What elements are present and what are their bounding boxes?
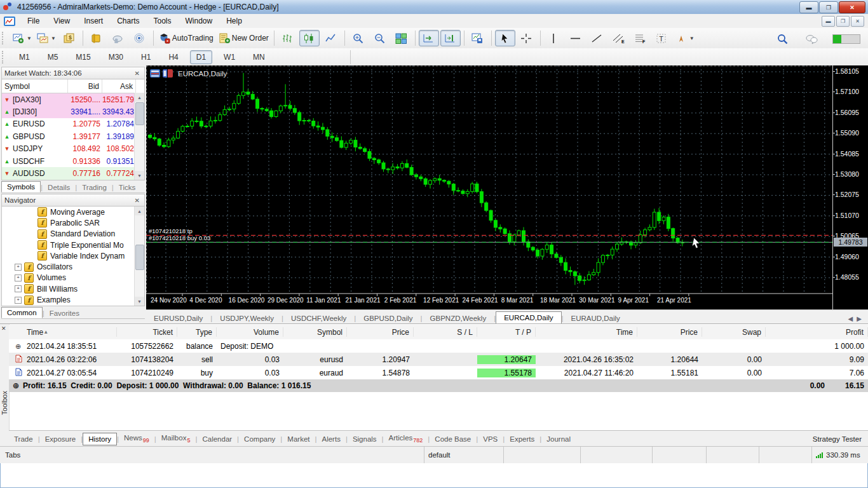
mw-column-bid[interactable]: Bid <box>68 79 102 93</box>
horizontal-line-button[interactable] <box>566 30 586 46</box>
toolbox-tab-history[interactable]: History <box>83 433 117 445</box>
timeframe-h4[interactable]: H4 <box>162 50 184 64</box>
toolbox-tab-trade[interactable]: Trade <box>9 433 38 445</box>
menu-window[interactable]: Window <box>179 15 220 27</box>
navigator-titlebar[interactable]: Navigator ✕ <box>1 194 145 207</box>
expand-icon[interactable]: + <box>15 274 22 281</box>
timeframe-mn[interactable]: MN <box>247 50 271 64</box>
docs-button[interactable] <box>86 30 107 46</box>
history-row-1057522662[interactable]: ⊕2021.04.24 18:35:511057522662balanceDep… <box>9 339 868 353</box>
scroll-up-icon[interactable]: ▲ <box>135 207 144 215</box>
scroll-down-icon[interactable]: ▼ <box>135 297 144 306</box>
navigator-scrollbar[interactable]: ▲ ▼ <box>134 207 144 306</box>
chat-icon[interactable] <box>801 30 822 47</box>
history-column-price[interactable]: Price <box>637 327 702 337</box>
history-row-1074138204[interactable]: 2021.04.26 03:22:061074138204sell0.03eur… <box>9 353 868 366</box>
timeframe-m5[interactable]: M5 <box>41 50 65 64</box>
history-column-tp[interactable]: T / P <box>477 327 536 337</box>
text-tool-button[interactable]: T <box>652 30 672 46</box>
search-icon[interactable] <box>772 30 792 47</box>
progress-icon[interactable] <box>831 30 862 47</box>
status-profile[interactable]: default <box>424 447 503 463</box>
title-bar[interactable]: 41256956 - AdmiralMarkets-Demo: Demo Acc… <box>0 0 868 15</box>
arrows-dd-button[interactable]: ▼ <box>674 30 696 46</box>
expand-icon[interactable]: + <box>15 285 22 292</box>
toolbox-close-icon[interactable]: ✕ <box>1 325 6 332</box>
history-table-header[interactable]: Time ▲TicketTypeVolumeSymbolPriceS / LT … <box>9 325 868 340</box>
timeframe-h1[interactable]: H1 <box>135 50 157 64</box>
market-watch-tab-trading[interactable]: Trading <box>77 182 112 193</box>
tabs-scroll-left-icon[interactable]: ◀ <box>848 315 853 322</box>
toolbox-tab-exposure[interactable]: Exposure <box>40 433 81 445</box>
depth-of-market-icon[interactable] <box>163 69 173 78</box>
bar-chart-button[interactable] <box>278 30 298 46</box>
menu-tools[interactable]: Tools <box>147 15 179 27</box>
menu-charts[interactable]: Charts <box>110 15 146 27</box>
tile-windows-button[interactable] <box>391 30 412 46</box>
market-watch-tab-details[interactable]: Details <box>43 182 75 193</box>
tabs-scroll-right-icon[interactable]: ▶ <box>857 315 862 322</box>
expand-icon[interactable]: + <box>15 264 22 271</box>
menu-help[interactable]: Help <box>219 15 249 27</box>
chart-tab-usdchf-weekly[interactable]: USDCHF,Weekly <box>283 313 354 324</box>
navigator-item-examples[interactable]: +fExamples <box>2 294 144 305</box>
mw-row-dax30[interactable]: ▼[DAX30]15250....15251.79 <box>2 93 144 105</box>
vertical-line-button[interactable] <box>544 30 564 46</box>
mw-row-dji30[interactable]: ▲[DJI30]33941....33943.43 <box>2 105 144 118</box>
menu-view[interactable]: View <box>46 15 77 27</box>
scroll-thumb[interactable] <box>135 245 144 270</box>
market-watch-titlebar[interactable]: Market Watch: 18:34:06 ✕ <box>1 67 145 79</box>
market-watch-header[interactable]: SymbolBidAsk <box>2 79 144 93</box>
scroll-up-icon[interactable]: ▲ <box>135 93 144 102</box>
timeframe-m15[interactable]: M15 <box>69 50 97 64</box>
mw-row-audusd[interactable]: ▼AUDUSD0.777160.77724 <box>2 167 144 179</box>
navigator-tab-common[interactable]: Common <box>1 307 43 318</box>
toolbox-tab-news[interactable]: News99 <box>119 432 154 445</box>
mw-row-usdjpy[interactable]: ▼USDJPY108.492108.502 <box>2 143 144 155</box>
mw-row-eurusd[interactable]: ▲EURUSD1.207751.20784 <box>2 118 144 130</box>
toolbox-tab-experts[interactable]: Experts <box>505 433 539 445</box>
child-close-button[interactable]: ✕ <box>851 16 864 27</box>
history-row-1074210249[interactable]: 2021.04.27 03:05:541074210249buy0.03eura… <box>9 366 868 379</box>
strategy-tester-label[interactable]: Strategy Tester <box>813 435 868 443</box>
expand-icon[interactable]: + <box>15 297 22 304</box>
timeframe-m30[interactable]: M30 <box>102 50 130 64</box>
chart-tab-euraud-daily[interactable]: EURAUD,Daily <box>564 313 628 324</box>
one-click-trading-icon[interactable] <box>150 69 160 78</box>
community-button[interactable] <box>108 30 128 46</box>
navigator-item-triple-exponential-mo[interactable]: fTriple Exponential Mo <box>2 240 144 250</box>
toolbox-tab-code-base[interactable]: Code Base <box>430 433 476 445</box>
timeframe-w1[interactable]: W1 <box>217 50 241 64</box>
history-column-volume[interactable]: Volume <box>217 327 283 337</box>
fibonacci-button[interactable]: F <box>630 30 651 46</box>
toolbox-tab-articles[interactable]: Articles782 <box>384 432 428 445</box>
profiles-dd-button[interactable]: ▼ <box>35 30 58 46</box>
history-center-button[interactable]: $ <box>59 30 79 46</box>
navigator-item-variable-index-dynam[interactable]: fVariable Index Dynam <box>2 250 144 261</box>
market-watch-tab-symbols[interactable]: Symbols <box>1 181 41 193</box>
toolbox-tab-vps[interactable]: VPS <box>478 433 503 445</box>
navigator-item-volumes[interactable]: +fVolumes <box>2 273 144 283</box>
line-chart-button[interactable] <box>321 30 341 46</box>
market-watch-tab-ticks[interactable]: Ticks <box>114 182 140 193</box>
trendline-button[interactable] <box>587 30 607 46</box>
toolbox-tab-alerts[interactable]: Alerts <box>316 433 345 445</box>
crosshair-button[interactable] <box>517 30 537 46</box>
new-chart-dd-button[interactable]: ▼ <box>11 30 34 46</box>
child-minimize-button[interactable]: ▬ <box>822 16 835 27</box>
chart-tab-gbpnzd-weekly[interactable]: GBPNZD,Weekly <box>423 313 494 324</box>
mw-row-usdchf[interactable]: ▲USDCHF0.913360.91351 <box>2 155 144 167</box>
chart-tab-eurcad-daily[interactable]: EURCAD,Daily <box>496 311 561 324</box>
toolbox-tab-market[interactable]: Market <box>282 433 315 445</box>
chart-plot[interactable]: #1074210218 tp#1074210218 buy 0.0324 Nov… <box>146 65 832 309</box>
history-column-swap[interactable]: Swap <box>702 327 766 337</box>
chart-tab-usdjpy-weekly[interactable]: USDJPY,Weekly <box>212 313 281 324</box>
child-restore-button[interactable]: ❐ <box>836 16 850 27</box>
navigator-item-oscillators[interactable]: +fOscillators <box>2 261 144 272</box>
new-order-button[interactable]: New Order <box>217 30 271 46</box>
candlesticks-button[interactable] <box>299 30 320 46</box>
signals-ring-button[interactable] <box>130 30 150 46</box>
menu-file[interactable]: File <box>20 15 46 27</box>
mw-row-gbpusd[interactable]: ▲GBPUSD1.391771.39189 <box>2 130 144 142</box>
history-column-type[interactable]: Type <box>177 327 217 337</box>
